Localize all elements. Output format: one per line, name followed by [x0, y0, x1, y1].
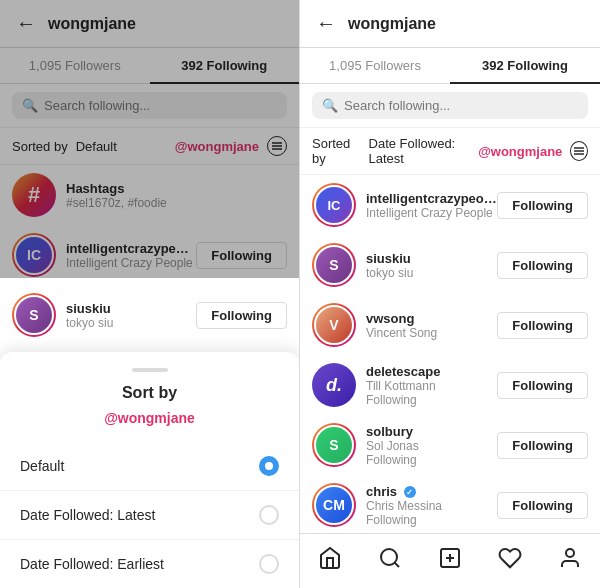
user-sub: Vincent Song	[366, 326, 497, 340]
avatar-ring: IC	[312, 183, 356, 227]
avatar-ring: S	[312, 243, 356, 287]
sheet-option-date-earliest[interactable]: Date Followed: Earliest	[0, 540, 299, 588]
right-header: ← wongmjane	[300, 0, 600, 48]
following-button[interactable]: Following	[497, 192, 588, 219]
user-name: siuskiu	[366, 251, 497, 266]
sheet-title: Sort by	[0, 384, 299, 402]
home-icon[interactable]	[310, 542, 350, 580]
left-list-item[interactable]: S siuskiu tokyo siu Following	[0, 285, 299, 345]
right-sort-username: @wongmjane	[478, 144, 562, 159]
user-sub: Chris Messina	[366, 499, 497, 513]
user-sub: Intelligent Crazy People	[366, 206, 497, 220]
following-button[interactable]: Following	[497, 372, 588, 399]
sheet-handle	[132, 368, 168, 372]
right-list-item[interactable]: d. deletescape Till Kottmann Following F…	[300, 355, 600, 415]
verified-badge	[404, 486, 416, 498]
avatar: d.	[312, 363, 356, 407]
user-name: deletescape	[366, 364, 497, 379]
avatar-ring: S	[312, 423, 356, 467]
right-tab-following[interactable]: 392 Following	[450, 48, 600, 83]
radio-date-earliest	[259, 554, 279, 574]
right-list-item[interactable]: S solbury Sol Jonas Following Following	[300, 415, 600, 475]
profile-icon[interactable]	[550, 542, 590, 580]
user-name: siuskiu	[66, 301, 196, 316]
following-button[interactable]: Following	[196, 302, 287, 329]
right-back-button[interactable]: ←	[316, 12, 336, 35]
right-search-wrap: 🔍	[312, 92, 588, 119]
right-sort-row: Sorted by Date Followed: Latest @wongmja…	[300, 128, 600, 175]
avatar-ring: CM	[312, 483, 356, 527]
right-username: wongmjane	[348, 15, 436, 33]
radio-date-latest	[259, 505, 279, 525]
right-user-list: IC intelligentcrazypeople Intelligent Cr…	[300, 175, 600, 533]
sheet-overlay[interactable]	[0, 0, 299, 278]
user-sub: tokyo siu	[366, 266, 497, 280]
right-search-input[interactable]	[344, 98, 578, 113]
right-list-item[interactable]: IC intelligentcrazypeople Intelligent Cr…	[300, 175, 600, 235]
following-button[interactable]: Following	[497, 312, 588, 339]
left-panel: ← wongmjane 1,095 Followers 392 Followin…	[0, 0, 300, 588]
user-sub: tokyo siu	[66, 316, 196, 330]
right-tabs: 1,095 Followers 392 Following	[300, 48, 600, 84]
right-list-item[interactable]: V vwsong Vincent Song Following	[300, 295, 600, 355]
add-post-icon[interactable]	[430, 542, 470, 580]
search-nav-icon[interactable]	[370, 542, 410, 580]
sheet-option-default[interactable]: Default	[0, 442, 299, 491]
user-sub: Till Kottmann	[366, 379, 497, 393]
right-search-bar: 🔍	[300, 84, 600, 128]
right-tab-followers[interactable]: 1,095 Followers	[300, 48, 450, 83]
right-sort-value: Date Followed: Latest	[369, 136, 479, 166]
svg-point-6	[381, 549, 397, 565]
heart-icon[interactable]	[490, 542, 530, 580]
user-name: solbury	[366, 424, 497, 439]
svg-line-7	[395, 563, 399, 567]
user-name: intelligentcrazypeople	[366, 191, 497, 206]
sort-bottom-sheet: Sort by @wongmjane Default Date Followed…	[0, 352, 299, 588]
radio-default	[259, 456, 279, 476]
user-name: chris	[366, 484, 497, 499]
bottom-nav	[300, 533, 600, 588]
search-icon: 🔍	[322, 98, 338, 113]
user-sub: Sol Jonas	[366, 439, 497, 453]
svg-point-11	[566, 549, 574, 557]
user-name: vwsong	[366, 311, 497, 326]
avatar-ring: S	[12, 293, 56, 337]
sheet-username: @wongmjane	[0, 410, 299, 426]
right-list-item[interactable]: CM chris Chris Messina Following Followi…	[300, 475, 600, 533]
following-button[interactable]: Following	[497, 432, 588, 459]
right-list-item[interactable]: S siuskiu tokyo siu Following	[300, 235, 600, 295]
right-sort-icon[interactable]	[570, 141, 588, 161]
sheet-option-date-latest[interactable]: Date Followed: Latest	[0, 491, 299, 540]
right-sort-label: Sorted by	[312, 136, 361, 166]
right-panel: ← wongmjane 1,095 Followers 392 Followin…	[300, 0, 600, 588]
avatar-ring: V	[312, 303, 356, 347]
following-button[interactable]: Following	[497, 492, 588, 519]
following-button[interactable]: Following	[497, 252, 588, 279]
